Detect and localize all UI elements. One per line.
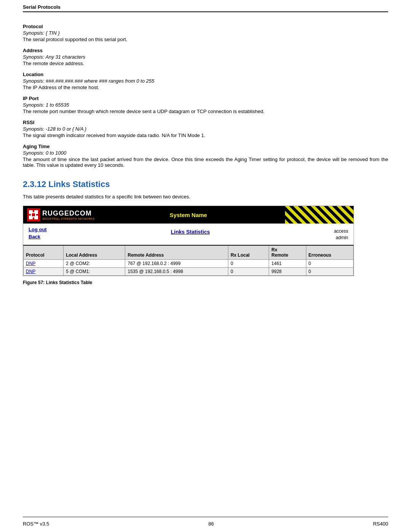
chapter-heading: 2.3.12 Links Statistics bbox=[23, 179, 388, 189]
field-synopsis: Synopsis: { TIN } bbox=[23, 30, 388, 36]
field-description: The serial protocol supported on this se… bbox=[23, 37, 388, 42]
field-title: IP Port bbox=[23, 96, 388, 101]
table-header: Local Address bbox=[64, 245, 125, 260]
table-header: Protocol bbox=[24, 245, 64, 260]
chapter-number: 2.3.12 bbox=[23, 179, 48, 189]
table-row: DNP2 @ COM2:767 @ 192.168.0.2 : 49990146… bbox=[24, 259, 354, 267]
table-cell: 9928 bbox=[269, 267, 306, 275]
table-cell: 0 bbox=[306, 267, 354, 275]
table-header: Remote Address bbox=[125, 245, 228, 260]
links-statistics-table: ProtocolLocal AddressRemote AddressRx Lo… bbox=[23, 245, 354, 276]
field-description: The amount of time since the last packet… bbox=[23, 157, 388, 168]
table-header: RxRemote bbox=[269, 245, 306, 260]
field-title: Protocol bbox=[23, 24, 388, 29]
field-title: Address bbox=[23, 48, 388, 53]
table-cell: 0 bbox=[306, 259, 354, 267]
nav-center: Links Statistics bbox=[47, 227, 334, 231]
svg-rect-6 bbox=[32, 213, 35, 216]
ruggedcom-nav: Log out Back Links Statistics access adm… bbox=[23, 224, 354, 245]
hatch-decoration bbox=[285, 206, 354, 224]
field-entry: Aging Time Synopsis: 0 to 1000 The amoun… bbox=[23, 144, 388, 168]
ruggedcom-logo: RUGGEDCOM INDUSTRIAL STRENGTH NETWORKS bbox=[27, 208, 95, 221]
footer-right: RS400 bbox=[373, 521, 388, 527]
table-cell: 5 @ COM1: bbox=[64, 267, 125, 275]
field-entry: Location Synopsis: ###.###.###.### where… bbox=[23, 72, 388, 90]
protocol-link[interactable]: DNP bbox=[26, 269, 35, 274]
footer-bar: ROS™ v3.5 86 RS400 bbox=[23, 517, 388, 532]
table-header: Rx Local bbox=[228, 245, 269, 260]
logo-main-text: RUGGEDCOM bbox=[42, 209, 95, 217]
field-entry: RSSI Synopsis: -128 to 0 or { N/A } The … bbox=[23, 120, 388, 138]
field-entry: Protocol Synopsis: { TIN } The serial pr… bbox=[23, 24, 388, 42]
ruggedcom-ui: RUGGEDCOM INDUSTRIAL STRENGTH NETWORKS S… bbox=[23, 206, 354, 276]
field-description: The IP Address of the remote host. bbox=[23, 85, 388, 90]
table-cell: 1535 @ 192.168.0.5 : 4998 bbox=[125, 267, 228, 275]
logo-text: RUGGEDCOM INDUSTRIAL STRENGTH NETWORKS bbox=[42, 209, 95, 220]
field-synopsis: Synopsis: -128 to 0 or { N/A } bbox=[23, 126, 388, 132]
chapter-title: Links Statistics bbox=[48, 179, 110, 189]
table-cell: 0 bbox=[228, 267, 269, 275]
field-synopsis: Synopsis: 1 to 65535 bbox=[23, 102, 388, 108]
field-entry: Address Synopsis: Any 31 characters The … bbox=[23, 48, 388, 66]
table-cell: 767 @ 192.168.0.2 : 4999 bbox=[125, 259, 228, 267]
system-name-label: System Name bbox=[170, 212, 207, 218]
footer-left: ROS™ v3.5 bbox=[23, 521, 49, 527]
field-entry: IP Port Synopsis: 1 to 65535 The remote … bbox=[23, 96, 388, 114]
table-row: DNP5 @ COM1:1535 @ 192.168.0.5 : 4998099… bbox=[24, 267, 354, 275]
field-title: RSSI bbox=[23, 120, 388, 125]
footer-center: 86 bbox=[209, 521, 214, 527]
field-description: The signal strength indicator received f… bbox=[23, 133, 388, 138]
access-line1: access bbox=[334, 228, 348, 234]
back-link[interactable]: Back bbox=[29, 234, 47, 240]
logo-icon bbox=[27, 208, 40, 221]
access-info: access admin bbox=[334, 227, 348, 241]
field-description: The remote port number through which rem… bbox=[23, 109, 388, 114]
ruggedcom-header: RUGGEDCOM INDUSTRIAL STRENGTH NETWORKS S… bbox=[23, 206, 354, 224]
table-cell: 1461 bbox=[269, 259, 306, 267]
logout-link[interactable]: Log out bbox=[29, 227, 47, 232]
page-title-link[interactable]: Links Statistics bbox=[171, 229, 210, 235]
intro-text: This table presents detailed statistics … bbox=[23, 194, 388, 200]
field-title: Location bbox=[23, 72, 388, 77]
table-cell: 2 @ COM2: bbox=[64, 259, 125, 267]
protocol-link[interactable]: DNP bbox=[26, 261, 35, 266]
logo-sub-text: INDUSTRIAL STRENGTH NETWORKS bbox=[42, 217, 95, 220]
field-description: The remote device address. bbox=[23, 61, 388, 66]
figure-caption: Figure 57: Links Statistics Table bbox=[23, 280, 388, 285]
table-cell: 0 bbox=[228, 259, 269, 267]
table-cell[interactable]: DNP bbox=[24, 267, 64, 275]
header-label: Serial Protocols bbox=[23, 4, 61, 10]
table-cell[interactable]: DNP bbox=[24, 259, 64, 267]
table-header: Erroneous bbox=[306, 245, 354, 260]
field-synopsis: Synopsis: 0 to 1000 bbox=[23, 150, 388, 156]
field-synopsis: Synopsis: ###.###.###.### where ### rang… bbox=[23, 78, 388, 84]
field-synopsis: Synopsis: Any 31 characters bbox=[23, 54, 388, 60]
access-line2: admin bbox=[336, 235, 348, 240]
field-title: Aging Time bbox=[23, 144, 388, 149]
nav-left: Log out Back bbox=[29, 227, 47, 240]
